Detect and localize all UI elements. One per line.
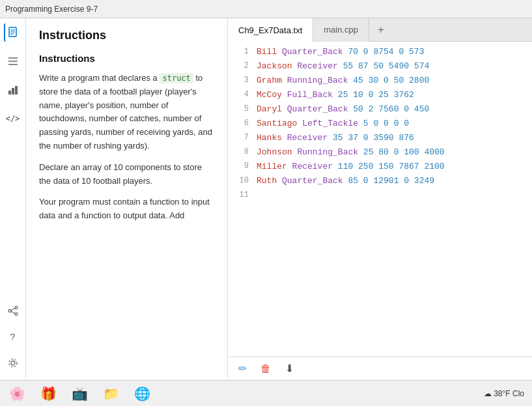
sidebar-bottom: ? <box>4 302 22 380</box>
instructions-panel: Instructions Instructions Write a progra… <box>26 18 228 380</box>
table-row: 10Ruth Quarter_Back 85 0 12901 0 3249 <box>228 176 532 190</box>
line-content: Miller Receiver 110 250 150 7867 2100 <box>257 162 529 171</box>
line-number: 10 <box>231 176 249 185</box>
line-content: Jackson Receiver 55 87 50 5490 574 <box>257 61 529 71</box>
code-area: Ch9_Ex7Data.txt main.cpp + 1Bill Quarter… <box>228 18 532 380</box>
instructions-para-3: Your program must contain a function to … <box>39 196 214 223</box>
player-name: Jackson <box>257 61 297 71</box>
player-position: Running_Back <box>297 147 363 157</box>
player-position: Running_Back <box>287 76 353 85</box>
line-number: 8 <box>231 147 249 156</box>
line-number: 11 <box>231 190 249 199</box>
table-row: 11 <box>228 190 532 205</box>
tabs-bar: Ch9_Ex7Data.txt main.cpp + <box>228 18 532 42</box>
player-position: Receiver <box>287 133 333 143</box>
table-row: 2Jackson Receiver 55 87 50 5490 574 <box>228 61 532 76</box>
player-name: Miller <box>257 162 292 171</box>
sidebar-icon-chart[interactable] <box>4 81 22 99</box>
sidebar-icon-settings[interactable] <box>4 354 22 372</box>
svg-point-11 <box>15 313 18 315</box>
table-row: 4McCoy Full_Back 25 10 0 25 3762 <box>228 90 532 104</box>
player-numbers: 55 87 50 5490 574 <box>343 61 430 71</box>
taskbar-app-chrome[interactable]: 🌐 <box>128 383 156 405</box>
player-name: Ruth <box>257 176 282 186</box>
line-content: Santiago Left_Tackle 5 0 0 0 0 <box>257 119 529 128</box>
line-content: Bill Quarter_Back 70 0 8754 0 573 <box>257 47 529 57</box>
table-row: 7Hanks Receiver 35 37 0 3590 876 <box>228 133 532 147</box>
taskbar: 🌸 🎁 📺 📁 🌐 ☁ 38°F Clo <box>0 380 532 406</box>
instructions-para-2: Declare an array of 10 components to sto… <box>39 161 214 188</box>
player-name: Bill <box>257 47 282 57</box>
line-number: 5 <box>231 104 249 113</box>
title-text: Programming Exercise 9-7 <box>5 5 98 14</box>
line-number: 7 <box>231 133 249 142</box>
player-numbers: 25 80 0 100 4000 <box>363 147 445 157</box>
main-area: </> ? Instructions Instr <box>0 18 532 380</box>
code-content[interactable]: 1Bill Quarter_Back 70 0 8754 0 5732Jacks… <box>228 42 532 356</box>
player-position: Receiver <box>297 61 343 71</box>
player-position: Quarter_Back <box>287 104 353 114</box>
svg-point-16 <box>9 359 17 367</box>
player-name: Grahm <box>257 76 287 85</box>
svg-line-14 <box>11 308 15 310</box>
taskbar-right: ☁ 38°F Clo <box>484 389 529 398</box>
sidebar-icon-help[interactable]: ? <box>4 328 22 346</box>
line-content: Daryl Quarter_Back 50 2 7560 0 450 <box>257 104 529 114</box>
player-position: Quarter_Back <box>282 176 348 186</box>
line-content: Grahm Running_Back 45 30 0 50 2800 <box>257 76 529 85</box>
player-numbers: 25 10 0 25 3762 <box>338 90 414 100</box>
taskbar-app-flowers[interactable]: 🌸 <box>3 383 31 405</box>
player-name: McCoy <box>257 90 287 100</box>
tab-data-file-label: Ch9_Ex7Data.txt <box>238 25 302 35</box>
sidebar-icon-code[interactable]: </> <box>4 109 22 128</box>
line-content: Ruth Quarter_Back 85 0 12901 0 3249 <box>257 176 529 186</box>
svg-point-15 <box>11 361 15 365</box>
svg-rect-8 <box>12 88 14 94</box>
line-number: 6 <box>231 119 249 128</box>
code-toolbar: ✏ 🗑 ⬇ <box>228 356 532 380</box>
taskbar-app-folder[interactable]: 📁 <box>96 383 125 405</box>
player-numbers: 35 37 0 3590 876 <box>333 133 414 143</box>
svg-rect-9 <box>15 86 18 94</box>
player-position: Full_Back <box>287 90 338 100</box>
sidebar-icon-list[interactable] <box>4 52 22 70</box>
table-row: 5Daryl Quarter_Back 50 2 7560 0 450 <box>228 104 532 119</box>
taskbar-app-tv[interactable]: 📺 <box>65 383 94 405</box>
line-content: Hanks Receiver 35 37 0 3590 876 <box>257 133 529 143</box>
sidebar-icon-files[interactable] <box>4 23 22 42</box>
line-number: 3 <box>231 76 249 85</box>
tab-data-file[interactable]: Ch9_Ex7Data.txt <box>228 18 313 42</box>
download-icon[interactable]: ⬇ <box>281 361 297 377</box>
svg-point-10 <box>15 306 18 309</box>
sidebar: </> ? <box>0 18 26 380</box>
taskbar-left: 🌸 🎁 📺 📁 🌐 <box>3 383 156 405</box>
delete-icon[interactable]: 🗑 <box>258 361 273 377</box>
line-content: McCoy Full_Back 25 10 0 25 3762 <box>257 90 529 100</box>
table-row: 1Bill Quarter_Back 70 0 8754 0 573 <box>228 47 532 61</box>
player-name: Santiago <box>257 119 302 128</box>
tab-main-cpp-label: main.cpp <box>324 25 358 35</box>
player-numbers: 70 0 8754 0 573 <box>348 47 424 57</box>
taskbar-app-gift[interactable]: 🎁 <box>34 383 63 405</box>
player-position: Quarter_Back <box>282 47 348 57</box>
svg-line-13 <box>11 312 15 313</box>
sidebar-icon-share[interactable] <box>4 302 22 320</box>
player-numbers: 110 250 150 7867 2100 <box>338 162 445 171</box>
player-numbers: 45 30 0 50 2800 <box>353 76 429 85</box>
line-number: 9 <box>231 162 249 171</box>
player-numbers: 5 0 0 0 0 <box>363 119 409 128</box>
line-number: 2 <box>231 61 249 70</box>
tab-main-cpp[interactable]: main.cpp <box>313 18 369 42</box>
line-number: 4 <box>231 90 249 99</box>
instructions-subtitle: Instructions <box>39 53 214 64</box>
player-name: Johnson <box>257 147 297 157</box>
add-tab-button[interactable]: + <box>372 21 390 39</box>
instructions-para-1: Write a program that declares a struct t… <box>39 72 214 153</box>
line-number: 1 <box>231 47 249 56</box>
player-numbers: 50 2 7560 0 450 <box>353 104 429 114</box>
table-row: 8Johnson Running_Back 25 80 0 100 4000 <box>228 147 532 162</box>
svg-point-12 <box>8 310 11 312</box>
edit-icon[interactable]: ✏ <box>234 361 250 377</box>
svg-rect-7 <box>8 91 11 94</box>
weather-display: ☁ 38°F Clo <box>484 389 524 398</box>
